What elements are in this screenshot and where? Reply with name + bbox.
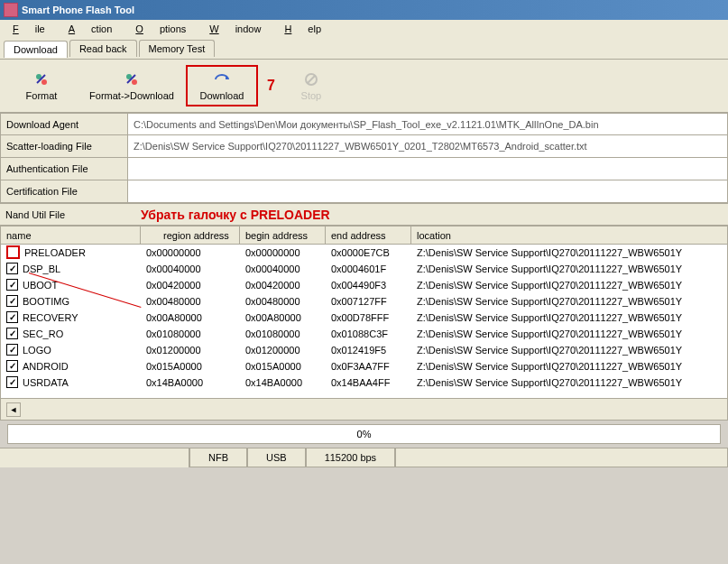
partition-name: USRDATA bbox=[23, 377, 69, 388]
toolbar: Format Format->Download Download 7 Stop bbox=[0, 60, 728, 113]
partition-name: SEC_RO bbox=[23, 328, 63, 339]
table-row[interactable]: ✓UBOOT0x004200000x004200000x004490F3Z:\D… bbox=[1, 277, 727, 293]
auth-file-label: Authentication File bbox=[1, 163, 127, 174]
th-name[interactable]: name bbox=[1, 227, 141, 244]
cell-location: Z:\Denis\SW Service Support\IQ270\201112… bbox=[411, 280, 727, 291]
table-row[interactable]: ✓DSP_BL0x000400000x000400000x0004601FZ:\… bbox=[1, 261, 727, 277]
cell-region: 0x14BA0000 bbox=[141, 377, 240, 388]
annotation-text: Убрать галочку с PRELOADER bbox=[141, 208, 330, 222]
nand-util-label: Nand Util File bbox=[0, 209, 126, 220]
partition-name: BOOTIMG bbox=[23, 296, 69, 307]
cell-name: ✓DSP_BL bbox=[1, 263, 141, 274]
table-row[interactable]: ✓RECOVERY0x00A800000x00A800000x00D78FFFZ… bbox=[1, 310, 727, 326]
cell-begin: 0x00A80000 bbox=[240, 312, 326, 323]
menu-options[interactable]: Options bbox=[128, 22, 189, 36]
nand-util-row: Nand Util File Убрать галочку с PRELOADE… bbox=[0, 203, 728, 226]
svg-point-1 bbox=[41, 79, 47, 85]
format-icon bbox=[32, 70, 51, 88]
cell-region: 0x00000000 bbox=[141, 247, 240, 258]
cell-location: Z:\Denis\SW Service Support\IQ270\201112… bbox=[411, 328, 727, 339]
checkbox[interactable]: ✓ bbox=[6, 376, 18, 388]
tab-memtest[interactable]: Memory Test bbox=[139, 40, 216, 57]
cert-file-label: Certification File bbox=[1, 186, 127, 197]
partition-name: ANDROID bbox=[23, 361, 69, 372]
cell-name: ✓LOGO bbox=[1, 344, 141, 356]
table-row[interactable]: ✓LOGO0x012000000x012000000x012419F5Z:\De… bbox=[1, 342, 727, 358]
cell-begin: 0x00480000 bbox=[240, 296, 326, 307]
menu-file[interactable]: File bbox=[5, 22, 49, 36]
menu-window[interactable]: Window bbox=[202, 22, 264, 36]
cell-name: PRELOADER bbox=[1, 245, 141, 259]
cell-region: 0x00A80000 bbox=[141, 312, 240, 323]
table-row[interactable]: ✓ANDROID0x015A00000x015A00000x0F3AA7FFZ:… bbox=[1, 358, 727, 374]
table-row[interactable]: ✓SEC_RO0x010800000x010800000x01088C3FZ:\… bbox=[1, 326, 727, 342]
table-row[interactable]: ✓BOOTIMG0x004800000x004800000x007127FFZ:… bbox=[1, 293, 727, 310]
cell-name: ✓UBOOT bbox=[1, 279, 141, 291]
checkbox[interactable]: ✓ bbox=[6, 263, 18, 274]
partition-name: LOGO bbox=[23, 345, 51, 356]
svg-point-3 bbox=[132, 79, 137, 85]
download-agent-input[interactable]: C:\Documents and Settings\Den\Мои докуме… bbox=[127, 114, 727, 134]
cell-name: ✓BOOTIMG bbox=[1, 295, 141, 307]
cell-end: 0x01088C3F bbox=[326, 328, 411, 339]
th-begin[interactable]: begin address bbox=[240, 227, 326, 244]
window-title: Smart Phone Flash Tool bbox=[22, 5, 134, 15]
th-location[interactable]: location bbox=[411, 227, 727, 244]
checkbox[interactable]: ✓ bbox=[6, 360, 18, 372]
th-region[interactable]: region address bbox=[141, 227, 240, 244]
menu-bar: File Action Options Window Help bbox=[0, 20, 728, 38]
th-end[interactable]: end address bbox=[326, 227, 411, 244]
checkbox[interactable]: ✓ bbox=[6, 295, 18, 307]
partition-name: DSP_BL bbox=[23, 264, 60, 274]
status-bar: NFB USB 115200 bps bbox=[0, 448, 728, 467]
stop-button[interactable]: Stop bbox=[275, 67, 347, 105]
cert-file-row: Certification File bbox=[0, 180, 728, 203]
table-row[interactable]: ✓USRDATA0x14BA00000x14BA00000x14BAA4FFZ:… bbox=[1, 374, 727, 391]
cell-end: 0x00D78FFF bbox=[326, 312, 411, 323]
cell-location: Z:\Denis\SW Service Support\IQ270\201112… bbox=[411, 312, 727, 323]
cell-begin: 0x00000000 bbox=[240, 247, 326, 258]
cell-end: 0x004490F3 bbox=[326, 280, 411, 291]
cell-location: Z:\Denis\SW Service Support\IQ270\201112… bbox=[411, 361, 727, 372]
cell-location: Z:\Denis\SW Service Support\IQ270\201112… bbox=[411, 296, 727, 307]
checkbox[interactable]: ✓ bbox=[6, 328, 18, 339]
cell-name: ✓SEC_RO bbox=[1, 328, 141, 339]
table-row[interactable]: PRELOADER0x000000000x000000000x0000E7CBZ… bbox=[1, 245, 727, 261]
checkbox[interactable]: ✓ bbox=[6, 311, 18, 323]
checkbox[interactable] bbox=[6, 245, 20, 259]
cell-begin: 0x00040000 bbox=[240, 264, 326, 274]
cell-region: 0x00480000 bbox=[141, 296, 240, 307]
tab-download[interactable]: Download bbox=[4, 41, 68, 58]
download-button[interactable]: Download bbox=[186, 65, 258, 106]
status-spacer bbox=[0, 448, 189, 467]
cell-begin: 0x015A0000 bbox=[240, 361, 326, 372]
auth-file-row: Authentication File bbox=[0, 158, 728, 180]
tab-readback[interactable]: Read back bbox=[69, 40, 137, 57]
scatter-file-input[interactable]: Z:\Denis\SW Service Support\IQ270\201112… bbox=[127, 135, 727, 157]
menu-action[interactable]: Action bbox=[61, 22, 116, 36]
download-icon bbox=[213, 70, 231, 88]
scatter-file-row: Scatter-loading File Z:\Denis\SW Service… bbox=[0, 135, 728, 158]
cell-location: Z:\Denis\SW Service Support\IQ270\201112… bbox=[411, 247, 727, 258]
progress-bar: 0% bbox=[7, 424, 721, 444]
cell-begin: 0x01200000 bbox=[240, 345, 326, 356]
auth-file-input[interactable] bbox=[127, 158, 727, 180]
scroll-left-arrow[interactable]: ◄ bbox=[6, 402, 21, 417]
status-baud: 115200 bps bbox=[306, 448, 396, 467]
cell-end: 0x012419F5 bbox=[326, 345, 411, 356]
checkbox[interactable]: ✓ bbox=[6, 344, 18, 356]
cell-location: Z:\Denis\SW Service Support\IQ270\201112… bbox=[411, 264, 727, 274]
menu-help[interactable]: Help bbox=[277, 22, 325, 36]
status-usb: USB bbox=[247, 448, 306, 467]
cert-file-input[interactable] bbox=[127, 180, 727, 202]
cell-end: 0x14BAA4FF bbox=[326, 377, 411, 388]
format-download-button[interactable]: Format->Download bbox=[78, 67, 186, 105]
partition-table: name region address begin address end ad… bbox=[0, 226, 728, 421]
partition-name: RECOVERY bbox=[23, 312, 78, 323]
stop-icon bbox=[302, 70, 320, 88]
checkbox[interactable]: ✓ bbox=[6, 279, 18, 291]
horizontal-scrollbar[interactable]: ◄ bbox=[1, 398, 727, 420]
format-button[interactable]: Format bbox=[5, 67, 78, 105]
cell-region: 0x01080000 bbox=[141, 328, 240, 339]
app-icon bbox=[4, 3, 18, 17]
